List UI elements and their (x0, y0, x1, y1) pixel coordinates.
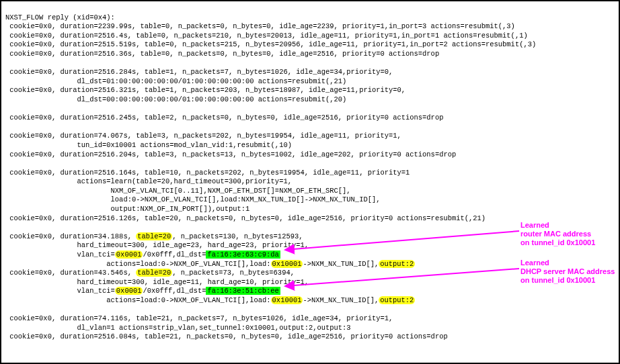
flow-line: vlan_tci=0x0001/0x0fff,dl_dst=fa:16:3e:5… (5, 287, 280, 295)
hl-mac-dhcp: fa:16:3e:51:cb:ee (206, 287, 280, 295)
annotation-dhcp: LearnedDHCP server MAC addresson tunnel_… (520, 259, 615, 285)
hl-table: table=20 (136, 232, 172, 240)
flow-line: vlan_tci=0x0001/0x0fff,dl_dst=fa:16:3e:6… (5, 251, 280, 259)
flow-line: cookie=0x0, duration=2516.084s, table=21… (5, 332, 448, 340)
hl-output: output:2 (379, 260, 415, 268)
flow-line: dl_dst=00:00:00:00:00:00/01:00:00:00:00:… (5, 95, 346, 103)
flow-line: output:NXM_OF_IN_PORT[]),output:1 (5, 205, 249, 213)
flow-line: actions=load:0->NXM_OF_VLAN_TCI[],load:0… (5, 260, 415, 268)
hl-mac-router: fa:16:3e:63:c9:da (206, 251, 280, 259)
flow-line: hard_timeout=300, idle_age=11, hard_age=… (5, 278, 309, 286)
hl-tunnel: 0x10001 (271, 296, 303, 304)
flow-line: cookie=0x0, duration=74.116s, table=21, … (5, 314, 393, 322)
flow-line: cookie=0x0, duration=2516.245s, table=2,… (5, 113, 443, 122)
flow-line: cookie=0x0, duration=2515.519s, table=0,… (5, 40, 536, 48)
flow-line: cookie=0x0, duration=34.188s, table=20, … (5, 232, 303, 240)
hl-vlan: 0x0001 (115, 287, 143, 295)
flow-line: cookie=0x0, duration=74.067s, table=3, n… (5, 132, 401, 140)
flow-header: NXST_FLOW reply (xid=0x4): (5, 13, 115, 21)
svg-line-1 (285, 269, 519, 286)
flow-line: NXM_OF_VLAN_TCI[0..11],NXM_OF_ETH_DST[]=… (5, 187, 351, 195)
hl-table: table=20 (136, 269, 172, 277)
flow-line: dl_dst=01:00:00:00:00:00/01:00:00:00:00:… (5, 77, 346, 85)
hl-vlan: 0x0001 (115, 251, 143, 259)
hl-output: output:2 (379, 296, 415, 304)
flow-line: tun_id=0x10001 actions=mod_vlan_vid:1,re… (5, 141, 292, 149)
flow-line: cookie=0x0, duration=2239.99s, table=0, … (5, 22, 515, 30)
hl-tunnel: 0x10001 (271, 260, 303, 268)
flow-line: load:0->NXM_OF_VLAN_TCI[],load:NXM_NX_TU… (5, 195, 380, 203)
flow-line: cookie=0x0, duration=2516.36s, table=0, … (5, 50, 439, 58)
flow-line: cookie=0x0, duration=2516.204s, table=3,… (5, 150, 456, 158)
flow-line: cookie=0x0, duration=2516.126s, table=20… (5, 214, 486, 222)
annotation-router: Learnedrouter MAC addresson tunnel_id 0x… (520, 221, 595, 247)
flow-line: cookie=0x0, duration=2516.284s, table=1,… (5, 68, 393, 76)
flow-line: hard_timeout=300, idle_age=23, hard_age=… (5, 241, 309, 249)
flow-line: cookie=0x0, duration=2516.164s, table=10… (5, 169, 410, 177)
terminal-output: NXST_FLOW reply (xid=0x4): cookie=0x0, d… (0, 0, 620, 364)
flow-line: actions=learn(table=20,hard_timeout=300,… (5, 177, 292, 185)
svg-line-0 (285, 231, 519, 250)
flow-line: cookie=0x0, duration=2516.321s, table=1,… (5, 86, 405, 94)
flow-line: cookie=0x0, duration=43.546s, table=20, … (5, 269, 295, 277)
flow-line: actions=load:0->NXM_OF_VLAN_TCI[],load:0… (5, 296, 415, 304)
flow-line: cookie=0x0, duration=2516.4s, table=0, n… (5, 32, 528, 40)
flow-line: dl_vlan=1 actions=strip_vlan,set_tunnel:… (5, 324, 351, 332)
